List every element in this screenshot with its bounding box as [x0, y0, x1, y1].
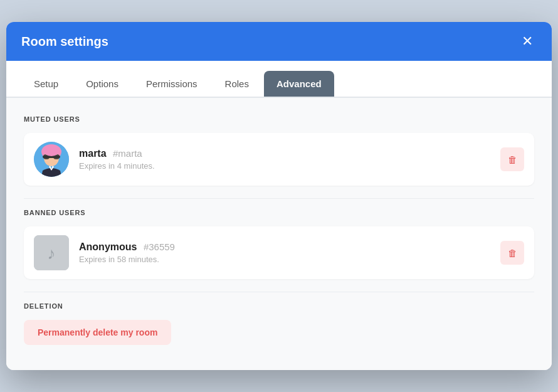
muted-users-title: MUTED USERS — [24, 115, 534, 123]
banned-user-item: ♪ Anonymous #36559 Expires in 58 minutes… — [24, 226, 534, 279]
marta-avatar — [34, 142, 69, 177]
tab-content: MUTED USERS — [6, 98, 552, 370]
svg-text:♪: ♪ — [48, 244, 56, 263]
deletion-section: DELETION Permanently delete my room — [24, 302, 534, 345]
tab-options[interactable]: Options — [73, 71, 131, 97]
tabs-bar: Setup Options Permissions Roles Advanced — [6, 61, 552, 98]
modal-header: Room settings ✕ — [6, 22, 552, 61]
section-divider — [24, 198, 534, 199]
delete-room-button[interactable]: Permanently delete my room — [24, 320, 171, 345]
muted-users-section: MUTED USERS — [24, 115, 534, 186]
anon-delete-button[interactable]: 🗑 — [500, 241, 524, 265]
banned-users-title: BANNED USERS — [24, 209, 534, 216]
room-settings-modal: Room settings ✕ Setup Options Permission… — [6, 22, 552, 370]
close-button[interactable]: ✕ — [518, 33, 537, 50]
marta-info: marta #marta Expires in 4 minutes. — [79, 148, 500, 171]
marta-name: marta — [79, 148, 107, 159]
anon-avatar: ♪ — [34, 235, 69, 270]
marta-delete-button[interactable]: 🗑 — [500, 147, 524, 171]
modal-title: Room settings — [21, 34, 108, 49]
tab-permissions[interactable]: Permissions — [134, 71, 210, 97]
muted-user-item: marta #marta Expires in 4 minutes. 🗑 — [24, 133, 534, 186]
tab-advanced[interactable]: Advanced — [264, 71, 334, 97]
anon-handle: #36559 — [144, 241, 175, 252]
anon-name: Anonymous — [79, 241, 137, 252]
deletion-title: DELETION — [24, 302, 534, 310]
marta-expires: Expires in 4 minutes. — [79, 161, 500, 171]
anon-expires: Expires in 58 minutes. — [79, 255, 500, 264]
tab-setup[interactable]: Setup — [21, 71, 71, 97]
trash-icon-2: 🗑 — [508, 248, 517, 258]
marta-handle: #marta — [113, 148, 142, 159]
anon-info: Anonymous #36559 Expires in 58 minutes. — [79, 241, 500, 264]
trash-icon: 🗑 — [508, 154, 517, 165]
section-divider-2 — [24, 292, 534, 292]
svg-point-6 — [43, 145, 60, 156]
modal-overlay: Room settings ✕ Setup Options Permission… — [0, 0, 558, 392]
banned-users-section: BANNED USERS ♪ Anonymous #36559 — [24, 209, 534, 279]
tab-roles[interactable]: Roles — [213, 71, 261, 97]
